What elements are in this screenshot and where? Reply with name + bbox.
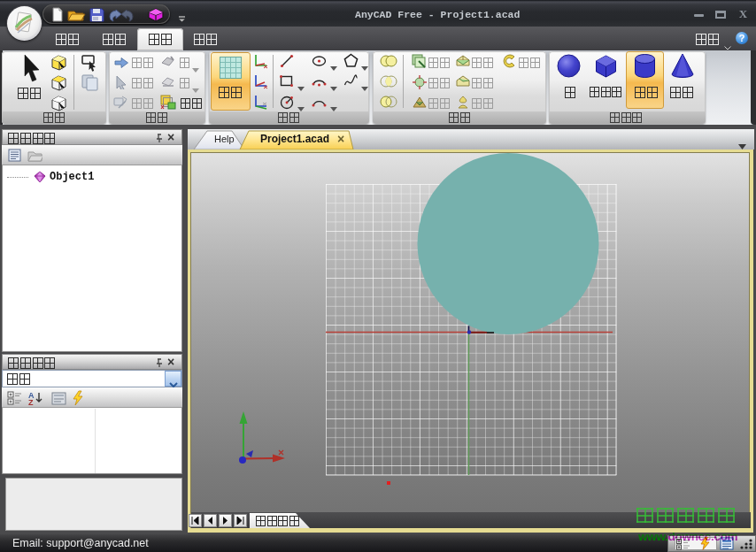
svg-text:Z: Z xyxy=(28,398,34,405)
